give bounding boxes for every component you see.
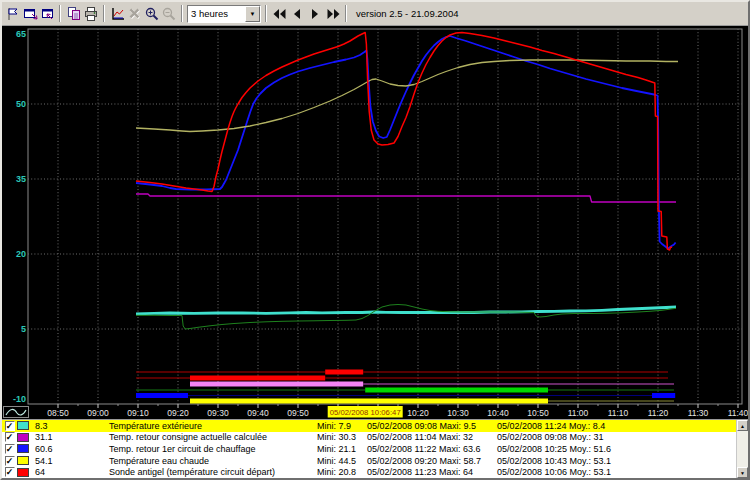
series-color-swatch xyxy=(17,433,29,442)
y-axis-label: 5 xyxy=(21,324,26,334)
trend-chart[interactable]: 655035205-1008:5009:0009:1009:2009:3009:… xyxy=(2,26,748,419)
x-axis-label: 09:50 xyxy=(287,408,309,418)
curve-display-icon[interactable] xyxy=(4,407,29,418)
nav-next-icon[interactable] xyxy=(307,5,323,23)
zoom-out-icon xyxy=(160,4,177,24)
legend-mini-date-maxi: 05/02/2008 09:08 Maxi: 9.5 xyxy=(367,421,497,431)
legend-mini-date-maxi: 05/02/2008 09:20 Maxi: 58.7 xyxy=(367,456,497,466)
legend-maxi-date-moy: 05/02/2008 10:43 Moy.: 53.1 xyxy=(497,456,736,466)
delete-icon xyxy=(126,4,143,24)
series-color-swatch xyxy=(17,468,29,477)
x-axis-label: 09:30 xyxy=(207,408,229,418)
y-axis-label: 65 xyxy=(16,29,26,39)
legend-maxi-date-moy: 05/02/2008 11:24 Moy.: 8.4 xyxy=(497,421,736,431)
legend-row[interactable]: ✓8.3Température extérieureMini: 7.905/02… xyxy=(2,420,736,432)
app-window: 3 heures ▼ version 2.5 - 21.09.2004 6550… xyxy=(0,0,750,480)
toolbar: 3 heures ▼ version 2.5 - 21.09.2004 xyxy=(2,2,748,26)
window-import-icon[interactable] xyxy=(38,4,55,24)
toolbar-separator xyxy=(345,5,347,22)
nav-previous-icon[interactable] xyxy=(289,5,305,23)
legend-series-name: Temp. retour consigne actuelle calculée xyxy=(109,432,317,442)
legend-rows: ✓8.3Température extérieureMini: 7.905/02… xyxy=(2,420,736,478)
x-axis-label: 09:00 xyxy=(87,408,109,418)
legend-checkbox[interactable]: ✓ xyxy=(5,467,15,477)
legend-checkbox[interactable]: ✓ xyxy=(5,444,15,454)
flag-icon[interactable] xyxy=(4,4,21,24)
y-axis-label: 50 xyxy=(16,99,26,109)
x-axis-label: 11:20 xyxy=(648,408,669,418)
legend-mini: Mini: 20.8 xyxy=(317,467,367,477)
time-range-value: 3 heures xyxy=(188,8,245,19)
print-icon[interactable] xyxy=(82,4,99,24)
window-export-icon[interactable] xyxy=(21,4,38,24)
legend-row[interactable]: ✓31.1Temp. retour consigne actuelle calc… xyxy=(2,432,736,444)
nav-last-icon[interactable] xyxy=(325,5,341,23)
x-axis-label: 10:50 xyxy=(527,408,549,418)
legend-scrollbar[interactable]: ▲ ▼ xyxy=(736,420,748,478)
legend-maxi-date-moy: 05/02/2008 10:06 Moy.: 53.1 xyxy=(497,467,736,477)
legend-checkbox[interactable]: ✓ xyxy=(5,421,15,431)
chart-setup-icon[interactable] xyxy=(109,4,126,24)
chart-region: 655035205-1008:5009:0009:1009:2009:3009:… xyxy=(2,26,748,419)
legend-row[interactable]: ✓54.1Température eau chaudeMini: 44.505/… xyxy=(2,455,736,467)
combo-dropdown-icon[interactable]: ▼ xyxy=(245,6,260,22)
x-axis-label: 08:50 xyxy=(47,408,69,418)
legend-mini: Mini: 21.1 xyxy=(317,444,367,454)
zoom-in-icon[interactable] xyxy=(143,4,160,24)
x-axis-label: 09:20 xyxy=(167,408,189,418)
series-color-swatch xyxy=(17,444,29,453)
legend-row[interactable]: ✓60.6Temp. retour 1er circuit de chauffa… xyxy=(2,443,736,455)
series-color-swatch xyxy=(17,456,29,465)
toolbar-separator xyxy=(103,5,105,22)
x-axis-label: 11:10 xyxy=(608,408,629,418)
legend-maxi-date-moy: 05/02/2008 09:08 Moy.: 31 xyxy=(497,432,736,442)
x-axis-label: 10:30 xyxy=(447,408,469,418)
x-axis-label: 11:40 xyxy=(728,408,748,418)
x-axis-label: 10:40 xyxy=(487,408,509,418)
y-axis-label: 20 xyxy=(16,249,26,259)
legend-series-name: Temp. retour 1er circuit de chauffage xyxy=(109,444,317,454)
legend-mini-date-maxi: 05/02/2008 11:23 Maxi: 64 xyxy=(367,467,497,477)
legend-current-value: 64 xyxy=(33,467,109,477)
scroll-down-icon[interactable]: ▼ xyxy=(737,467,748,478)
toolbar-separator xyxy=(181,5,183,22)
legend-current-value: 54.1 xyxy=(33,456,109,466)
toolbar-separator xyxy=(265,5,267,22)
time-range-select[interactable]: 3 heures ▼ xyxy=(187,5,261,23)
y-axis-label: -10 xyxy=(13,394,26,404)
plot-area[interactable] xyxy=(28,29,742,404)
toolbar-separator xyxy=(59,5,61,22)
x-axis-label: 11:00 xyxy=(568,408,589,418)
legend-maxi-date-moy: 05/02/2008 10:25 Moy.: 51.6 xyxy=(497,444,736,454)
x-axis-label: 10:20 xyxy=(407,408,429,418)
legend-current-value: 60.6 xyxy=(33,444,109,454)
legend-mini: Mini: 30.3 xyxy=(317,432,367,442)
legend-current-value: 31.1 xyxy=(33,432,109,442)
scroll-up-icon[interactable]: ▲ xyxy=(737,420,748,431)
series-color-swatch xyxy=(17,421,29,430)
version-label: version 2.5 - 21.09.2004 xyxy=(356,8,458,19)
legend-mini-date-maxi: 05/02/2008 11:22 Maxi: 63.6 xyxy=(367,444,497,454)
legend-mini: Mini: 44.5 xyxy=(317,456,367,466)
x-axis-label: 09:40 xyxy=(247,408,269,418)
legend-panel: ✓8.3Température extérieureMini: 7.905/02… xyxy=(2,419,748,478)
legend-current-value: 8.3 xyxy=(33,421,109,431)
copy-icon[interactable] xyxy=(65,4,82,24)
legend-row[interactable]: ✓64Sonde antigel (température circuit dé… xyxy=(2,466,736,478)
legend-series-name: Température extérieure xyxy=(109,421,317,431)
legend-mini-date-maxi: 05/02/2008 11:04 Maxi: 32 xyxy=(367,432,497,442)
legend-series-name: Température eau chaude xyxy=(109,456,317,466)
cursor-time-label: 05/02/2008 10:06:47 xyxy=(330,408,402,417)
legend-checkbox[interactable]: ✓ xyxy=(5,456,15,466)
nav-first-icon[interactable] xyxy=(271,5,287,23)
legend-mini: Mini: 7.9 xyxy=(317,421,367,431)
nav-buttons xyxy=(271,5,341,23)
y-axis-label: 35 xyxy=(16,174,26,184)
x-axis-label: 09:10 xyxy=(127,408,149,418)
legend-checkbox[interactable]: ✓ xyxy=(5,432,15,442)
legend-series-name: Sonde antigel (température circuit dépar… xyxy=(109,467,317,477)
x-axis-label: 11:30 xyxy=(688,408,709,418)
